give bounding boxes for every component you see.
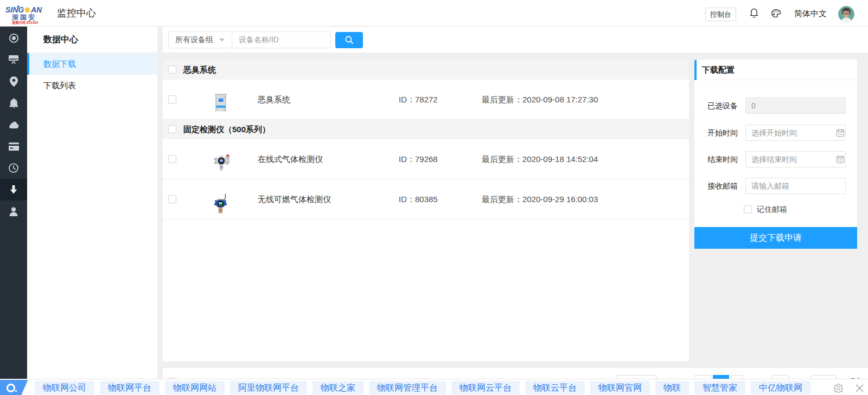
svg-text:深国安: 深国安 — [11, 14, 36, 21]
svg-text:AN: AN — [30, 5, 42, 14]
svg-text:SING: SING — [5, 5, 24, 14]
svg-text:股票代码 651434: 股票代码 651434 — [11, 21, 38, 25]
